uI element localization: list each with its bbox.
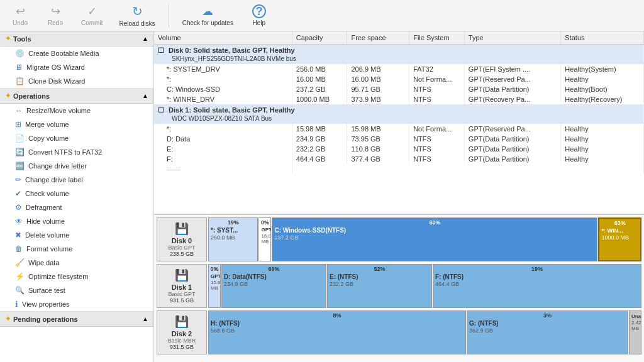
sidebar-item-change-label[interactable]: ✏ Change drive label: [0, 173, 153, 187]
cell-fs: NTFS: [409, 154, 465, 164]
cell-volume: D: Data: [154, 134, 292, 144]
hide-icon: 👁: [15, 217, 23, 226]
cell-type: GPT(Data Partition): [464, 154, 561, 164]
sidebar-item-wipe[interactable]: 🧹 Wipe data: [0, 256, 153, 270]
disk0-info[interactable]: 💾 Disk 0 Basic GPT 238.5 GB: [157, 217, 207, 261]
disk1-visual-row: 💾 Disk 1 Basic GPT 931.5 GB 0% GPT(Re...…: [157, 264, 641, 308]
wipe-icon: 🧹: [15, 258, 25, 267]
table-row[interactable]: *: WINRE_DRV 1000.0 MB 373.9 MB NTFS GPT…: [154, 94, 644, 104]
sidebar-item-defrag[interactable]: ⚙ Defragment: [0, 200, 153, 214]
disk2-part-g[interactable]: 3% G: (NTFS) 362.9 GB: [467, 310, 628, 354]
undo-button[interactable]: ↩ Undo: [5, 1, 35, 30]
pending-label: Pending operations: [13, 315, 78, 323]
sidebar-item-change-letter[interactable]: 🔤 Change drive letter: [0, 159, 153, 173]
reload-button[interactable]: ↻ Reload disks: [113, 1, 160, 30]
update-label: Check for updates: [182, 19, 233, 26]
cell-volume: *: WINRE_DRV: [154, 94, 292, 104]
pending-section-header[interactable]: ✦ Pending operations ▲: [0, 312, 153, 327]
sidebar-item-hide[interactable]: 👁 Hide volume: [0, 214, 153, 228]
table-row[interactable]: *: 15.98 MB 15.98 MB Not Forma... GPT(Re…: [154, 124, 644, 134]
cell-free: 16.00 MB: [347, 74, 409, 84]
sidebar-item-clone[interactable]: 📋 Clone Disk Wizard: [0, 74, 153, 88]
cell-volume: *:: [154, 124, 292, 134]
sidebar-item-properties[interactable]: ℹ View properties: [0, 297, 153, 311]
disk1-header-row[interactable]: ☐ Disk 1: Solid state, Basic GPT, Health…: [154, 104, 644, 124]
disk1-type: Basic GPT: [168, 291, 195, 297]
update-button[interactable]: ☁ Check for updates: [177, 1, 239, 30]
disk0-header-row[interactable]: ☐ Disk 0: Solid state, Basic GPT, Health…: [154, 45, 644, 65]
sidebar-item-convert[interactable]: 🔄 Convert NTFS to FAT32: [0, 145, 153, 159]
cell-status: Healthy: [561, 124, 644, 134]
operations-section-header[interactable]: ✦ Operations ▲: [0, 89, 153, 104]
disk2-partitions: 8% H: (NTFS) 568.6 GB 3% G: (NTFS) 362.9…: [208, 310, 641, 354]
disk0-part-syst[interactable]: 19% *: SYST... 260.0 MB: [208, 217, 258, 261]
sidebar-item-check[interactable]: ✔ Check volume: [0, 187, 153, 200]
cell-capacity: 15.98 MB: [292, 124, 347, 134]
help-button[interactable]: ? Help: [244, 1, 274, 30]
cell-capacity: 237.2 GB: [292, 84, 347, 94]
cell-type: GPT(Recovery Pa...: [464, 94, 561, 104]
sidebar-item-format[interactable]: 🗑 Format volume: [0, 242, 153, 256]
cell-free: 110.8 GB: [347, 144, 409, 154]
cell-status: Healthy: [561, 74, 644, 84]
disk1-part-gpt[interactable]: 0% GPT(Re... 15.98 MB: [208, 264, 221, 308]
tools-section-header[interactable]: ✦ Tools ▲: [0, 31, 153, 47]
format-icon: 🗑: [15, 244, 23, 253]
table-row[interactable]: *: 16.00 MB 16.00 MB Not Forma... GPT(Re…: [154, 74, 644, 84]
main-layout: ✦ Tools ▲ 💿 Create Bootable Media 🖥 Migr…: [0, 31, 644, 362]
disk-table-container[interactable]: Volume Capacity Free space File System T…: [154, 31, 644, 214]
commit-icon: ✓: [87, 4, 97, 18]
tools-star-icon: ✦: [5, 35, 11, 43]
disk2-part-unalloc[interactable]: Unalloc... 2.429 MB: [629, 310, 641, 354]
cell-status: Healthy: [561, 134, 644, 144]
cell-fs: FAT32: [409, 64, 465, 74]
tools-label: Tools: [13, 35, 31, 43]
table-row[interactable]: E: 232.2 GB 110.8 GB NTFS GPT(Data Parti…: [154, 144, 644, 154]
cell-volume: *:: [154, 74, 292, 84]
commit-button[interactable]: ✓ Commit: [75, 1, 108, 30]
disk0-drive-icon: 💾: [175, 222, 189, 236]
sidebar-item-bootable[interactable]: 💿 Create Bootable Media: [0, 47, 153, 60]
tools-items: 💿 Create Bootable Media 🖥 Migrate OS Wiz…: [0, 47, 153, 88]
disk1-part-d[interactable]: 69% D: Data(NTFS) 234.9 GB: [221, 264, 326, 308]
cell-capacity: 464.4 GB: [292, 154, 347, 164]
redo-button[interactable]: ↪ Redo: [40, 1, 70, 30]
table-row[interactable]: F: 464.4 GB 377.4 GB NTFS GPT(Data Parti…: [154, 154, 644, 164]
sidebar-item-merge[interactable]: ⊞ Merge volume: [0, 118, 153, 131]
disk1-part-f[interactable]: 19% F: (NTFS) 464.4 GB: [433, 264, 641, 308]
redo-label: Redo: [48, 19, 63, 26]
disk0-part-winre[interactable]: 63% *: WIN... 1000.0 MB: [598, 217, 641, 261]
disk1-info[interactable]: 💾 Disk 1 Basic GPT 931.5 GB: [157, 264, 207, 308]
disk1-part-e[interactable]: 52% E: (NTFS) 232.2 GB: [327, 264, 432, 308]
sidebar-item-resize[interactable]: ↔ Resize/Move volume: [0, 104, 153, 118]
sidebar-item-optimize[interactable]: ⚡ Optimize filesystem: [0, 270, 153, 283]
cell-fs: Not Forma...: [409, 124, 465, 134]
cell-free: 73.95 GB: [347, 134, 409, 144]
redo-icon: ↪: [51, 4, 60, 18]
disk2-info[interactable]: 💾 Disk 2 Basic MBR 931.5 GB: [157, 310, 207, 354]
disk0-bus-text: SKHynx_HFS256GD9TNI-L2A0B NVMe bus: [158, 55, 296, 62]
disk2-type: Basic MBR: [168, 337, 196, 344]
properties-icon: ℹ: [15, 300, 18, 309]
col-filesystem: File System: [409, 31, 465, 45]
disk2-part-h[interactable]: 8% H: (NTFS) 568.6 GB: [208, 310, 466, 354]
table-row[interactable]: D: Data 234.9 GB 73.95 GB NTFS GPT(Data …: [154, 134, 644, 144]
sidebar-item-surface-test[interactable]: 🔍 Surface test: [0, 283, 153, 297]
migrate-icon: 🖥: [15, 63, 23, 72]
table-row[interactable]: *: SYSTEM_DRV 256.0 MB 206.9 MB FAT32 GP…: [154, 64, 644, 74]
sidebar-item-copy[interactable]: 📄 Copy volume: [0, 131, 153, 145]
cell-fs: NTFS: [409, 84, 465, 94]
cell-fs: NTFS: [409, 134, 465, 144]
surface-test-icon: 🔍: [15, 286, 25, 295]
defrag-icon: ⚙: [15, 203, 22, 212]
col-type: Type: [464, 31, 561, 45]
disk0-part-windows[interactable]: 60% C: Windows-SSD(NTFS) 237.2 GB: [272, 217, 597, 261]
disk2-size: 931.5 GB: [170, 344, 194, 350]
disk0-part-gpt[interactable]: 0% GPT(Re... 16.00 MB: [258, 217, 271, 261]
tools-collapse-icon: ▲: [142, 35, 148, 42]
sidebar-item-migrate[interactable]: 🖥 Migrate OS Wizard: [0, 60, 153, 74]
sidebar-item-delete[interactable]: ✖ Delete volume: [0, 228, 153, 242]
cell-type: GPT(Data Partition): [464, 134, 561, 144]
disk1-partitions: 0% GPT(Re... 15.98 MB 69% D: Data(NTFS) …: [208, 264, 641, 308]
table-row[interactable]: C: Windows-SSD 237.2 GB 95.71 GB NTFS GP…: [154, 84, 644, 94]
